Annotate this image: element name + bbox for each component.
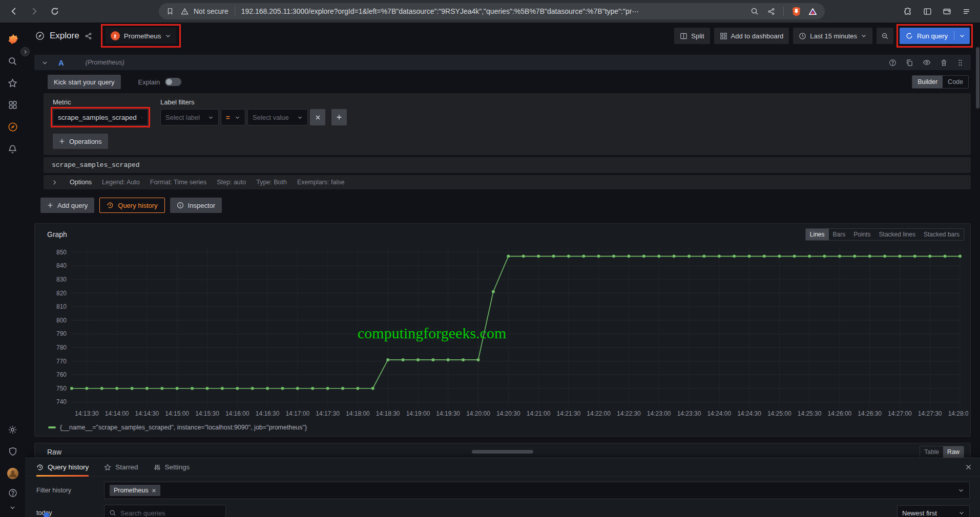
tab-query-history[interactable]: Query history [36,458,89,476]
svg-text:770: 770 [56,358,67,365]
svg-text:820: 820 [56,290,67,297]
settings-gear-icon[interactable] [3,419,23,440]
run-query-caret[interactable] [954,31,970,40]
chip-remove-icon[interactable] [152,488,156,493]
legend-series-label[interactable]: {__name__="scrape_samples_scraped", inst… [60,424,307,431]
mode-points[interactable]: Points [849,229,874,240]
browser-forward-icon[interactable] [26,3,43,20]
remove-filter-button[interactable] [310,109,325,125]
mode-stacked-bars[interactable]: Stacked bars [920,229,964,240]
dashboards-icon[interactable] [3,95,23,115]
tab-starred[interactable]: Starred [104,458,138,476]
inspector-button[interactable]: Inspector [170,198,222,213]
search-queries-field[interactable] [104,505,226,517]
drag-handle-icon[interactable] [957,59,964,67]
sort-order-select[interactable]: Newest first [897,505,970,517]
address-divider [235,7,235,16]
starred-icon[interactable] [3,73,23,93]
code-mode-tab[interactable]: Code [943,76,968,88]
browser-reload-icon[interactable] [46,3,64,20]
brave-shield-icon[interactable] [790,5,802,17]
graph-legend[interactable]: {__name__="scrape_samples_scraped", inst… [35,423,970,436]
options-label: Options [70,179,92,186]
time-range-picker[interactable]: Last 15 minutes [793,28,872,44]
chevron-down-icon [208,115,214,120]
select-label-dropdown[interactable]: Select label [160,109,219,125]
split-button[interactable]: Split [674,28,710,44]
svg-text:14:14:30: 14:14:30 [135,410,159,417]
option-legend: Legend: Auto [102,179,140,186]
mode-stacked-lines[interactable]: Stacked lines [875,229,920,240]
query-help-icon[interactable] [889,59,896,67]
add-query-label: Add query [57,202,88,209]
svg-text:14:20:30: 14:20:30 [496,410,520,417]
raw-view-tab[interactable]: Raw [943,446,964,458]
query-history-button[interactable]: Query history [99,198,164,213]
drawer-close-icon[interactable] [965,464,972,470]
mode-bars[interactable]: Bars [829,229,850,240]
add-query-button[interactable]: Add query [40,198,94,213]
datasource-filter-select[interactable]: Prometheus [104,482,970,499]
option-step: Step: auto [217,179,246,186]
operator-dropdown[interactable]: = [221,109,245,125]
filter-chip-prometheus[interactable]: Prometheus [110,485,160,496]
extensions-puzzle-icon[interactable] [899,3,916,20]
svg-text:850: 850 [56,249,67,256]
svg-text:790: 790 [56,330,67,337]
add-operations-button[interactable]: Operations [53,134,108,149]
sidebar-toggle-icon[interactable] [919,3,936,20]
zoom-page-icon[interactable] [748,5,761,17]
mode-lines[interactable]: Lines [806,229,829,240]
select-value-dropdown[interactable]: Select value [247,109,308,125]
brave-rewards-icon[interactable] [806,5,819,17]
explore-compass-icon[interactable] [3,117,23,137]
search-icon[interactable] [3,51,23,71]
svg-text:14:15:00: 14:15:00 [165,410,189,417]
query-row-header[interactable]: A (Prometheus) [34,55,971,70]
collapse-chevron-icon[interactable] [41,59,48,66]
option-format: Format: Time series [150,179,206,186]
browser-menu-icon[interactable] [957,3,975,20]
add-filter-button[interactable] [331,109,347,125]
add-to-dashboard-button[interactable]: Add to dashboard [714,28,789,44]
explore-main: Explore Prometheus [25,23,980,517]
grafana-logo[interactable] [3,29,23,49]
query-options-row[interactable]: Options Legend: Auto Format: Time series… [44,175,971,189]
hide-response-eye-icon[interactable] [923,58,931,67]
help-icon[interactable] [3,485,23,501]
bookmark-icon[interactable] [165,6,175,16]
admin-shield-icon[interactable] [3,441,23,462]
select-label-placeholder: Select label [165,114,204,121]
sidebar-chevron-down-icon[interactable] [3,502,23,512]
drawer-resize-handle[interactable] [472,450,533,454]
share-icon[interactable] [765,5,777,17]
chevron-down-icon [958,510,965,516]
query-toolbar-row: Kick start your query Explain Builder Co… [48,75,971,89]
explain-toggle[interactable] [165,78,181,86]
metric-select[interactable]: scrape_samples_scraped [53,109,148,125]
datasource-picker[interactable]: Prometheus [106,28,177,44]
address-bar[interactable]: Not secure 192.168.205.11:3000/explore?o… [159,3,825,19]
run-query-button[interactable]: Run query [900,28,970,44]
search-queries-input[interactable] [120,509,207,517]
tab-settings[interactable]: Settings [154,458,190,476]
svg-text:14:21:00: 14:21:00 [527,410,551,417]
time-series-plot[interactable]: 14:13:3014:14:0014:14:3014:15:0014:15:30… [35,243,970,423]
chevron-down-icon [141,115,143,120]
zoom-out-time-button[interactable] [877,28,893,44]
wallet-icon[interactable] [938,3,955,20]
builder-mode-tab[interactable]: Builder [912,76,943,88]
svg-text:14:27:00: 14:27:00 [888,410,912,417]
browser-back-icon[interactable] [5,3,23,20]
table-view-tab[interactable]: Table [920,446,943,458]
vertical-scrollbar-thumb[interactable] [976,47,979,109]
share-shortened-link-icon[interactable] [85,32,92,40]
alerting-bell-icon[interactable] [3,139,23,159]
remove-query-trash-icon[interactable] [940,59,948,67]
kick-start-query-button[interactable]: Kick start your query [48,75,121,89]
time-range-label: Last 15 minutes [810,32,857,40]
user-avatar[interactable] [3,463,23,484]
duplicate-query-icon[interactable] [906,59,913,67]
svg-text:14:16:30: 14:16:30 [256,410,280,417]
sidebar-expand-button[interactable] [20,47,30,56]
